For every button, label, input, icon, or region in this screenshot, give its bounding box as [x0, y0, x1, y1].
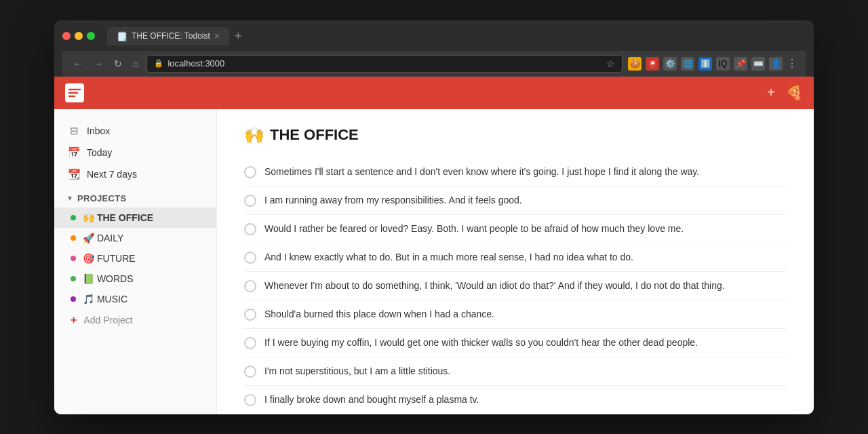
task-text: I'm not superstitious, but I am a little…	[264, 364, 450, 378]
ext-icon-4[interactable]: 🌐	[681, 57, 694, 71]
task-item[interactable]: If I were buying my coffin, I would get …	[244, 329, 787, 357]
projects-section-header[interactable]: ▾ Projects	[54, 185, 216, 208]
task-text: If I were buying my coffin, I would get …	[264, 336, 698, 350]
ext-icon-7[interactable]: 📌	[734, 57, 747, 71]
project-title: THE OFFICE	[270, 126, 359, 144]
project-dot	[71, 276, 76, 281]
task-text: And I knew exactly what to do. But in a …	[264, 250, 633, 264]
tab-favicon-icon: 🗒️	[117, 31, 127, 41]
task-checkbox[interactable]	[244, 166, 256, 178]
ext-icon-5[interactable]: ℹ️	[698, 57, 712, 71]
browser-controls: 🗒️ THE OFFICE: Todoist × +	[62, 27, 806, 45]
task-item[interactable]: I am running away from my responsibiliti…	[244, 186, 787, 215]
next7-icon: 📆	[68, 168, 80, 180]
task-checkbox[interactable]	[244, 366, 256, 378]
ext-icon-9[interactable]: 👤	[769, 57, 783, 71]
task-item[interactable]: Should'a burned this place down when I h…	[244, 300, 787, 329]
add-task-button[interactable]: +	[767, 85, 775, 100]
project-header: 🙌 THE OFFICE	[244, 125, 787, 144]
project-dot	[71, 256, 76, 261]
task-checkbox[interactable]	[244, 280, 256, 292]
task-item[interactable]: Would I rather be feared or loved? Easy.…	[244, 215, 787, 243]
browser-toolbar: ← → ↻ ⌂ 🔒 localhost:3000 ☆ 🍪 📮 ⚙️ 🌐 ℹ️ I…	[62, 51, 806, 77]
project-emoji: 🙌	[244, 125, 264, 144]
minimize-traffic-light[interactable]	[75, 32, 83, 40]
task-text: I finally broke down and bought myself a…	[264, 393, 479, 407]
task-checkbox[interactable]	[244, 195, 256, 207]
task-item[interactable]: I'm not superstitious, but I am a little…	[244, 357, 787, 386]
close-traffic-light[interactable]	[62, 32, 71, 40]
add-project-button[interactable]: + Add Project	[54, 309, 216, 331]
task-item[interactable]: Whenever I'm about to do something, I th…	[244, 272, 787, 300]
tab-close-button[interactable]: ×	[214, 31, 220, 41]
refresh-button[interactable]: ↻	[111, 57, 125, 71]
task-checkbox[interactable]	[244, 309, 256, 321]
browser-extensions: 🍪 📮 ⚙️ 🌐 ℹ️ IQ 📌 ⌨️ 👤 ⋮	[628, 57, 797, 71]
home-button[interactable]: ⌂	[130, 57, 141, 71]
task-text: Sometimes I'll start a sentence and I do…	[264, 165, 699, 179]
task-text: I am running away from my responsibiliti…	[264, 193, 522, 208]
inbox-icon: ⊟	[68, 125, 80, 137]
task-item[interactable]: Sometimes I'll start a sentence and I do…	[244, 158, 787, 186]
add-icon: +	[71, 314, 77, 326]
active-tab[interactable]: 🗒️ THE OFFICE: Todoist ×	[107, 27, 229, 45]
task-checkbox[interactable]	[244, 337, 256, 349]
project-name: 🎯 FUTURE	[83, 253, 136, 264]
project-name: 📗 WORDS	[83, 273, 134, 284]
project-item-music[interactable]: 🎵 MUSIC	[54, 289, 216, 309]
tab-title: THE OFFICE: Todoist	[132, 31, 210, 41]
project-item-daily[interactable]: 🚀 DAILY	[54, 228, 216, 248]
projects-section-label: Projects	[77, 193, 126, 203]
tab-bar: 🗒️ THE OFFICE: Todoist × +	[107, 27, 806, 45]
back-button[interactable]: ←	[71, 57, 85, 71]
app-header: + 🍕	[54, 77, 814, 109]
sidebar-item-next7days[interactable]: 📆 Next 7 days	[54, 163, 216, 185]
browser-titlebar: 🗒️ THE OFFICE: Todoist × + ← → ↻ ⌂ 🔒 loc…	[54, 20, 814, 77]
task-text: Would I rather be feared or loved? Easy.…	[264, 222, 684, 236]
task-checkbox[interactable]	[244, 252, 256, 264]
app-logo	[65, 83, 84, 102]
next7-label: Next 7 days	[87, 169, 137, 180]
address-bar[interactable]: 🔒 localhost:3000 ☆	[146, 55, 623, 73]
url-display: localhost:3000	[167, 58, 602, 68]
sidebar-item-inbox[interactable]: ⊟ Inbox	[54, 120, 216, 142]
task-item[interactable]: I finally broke down and bought myself a…	[244, 386, 787, 414]
new-tab-button[interactable]: +	[235, 29, 242, 43]
task-checkbox[interactable]	[244, 394, 256, 406]
app-window: + 🍕 ⊟ Inbox 📅 Today 📆 Next 7 days	[54, 77, 814, 414]
project-item-the-office[interactable]: 🙌 THE OFFICE	[54, 208, 216, 228]
main-content: 🙌 THE OFFICE Sometimes I'll start a sent…	[217, 109, 814, 414]
task-text: Whenever I'm about to do something, I th…	[264, 279, 725, 293]
header-actions: + 🍕	[767, 85, 803, 101]
ext-icon-3[interactable]: ⚙️	[663, 57, 677, 71]
chevron-down-icon: ▾	[68, 193, 72, 203]
project-name: 🎵 MUSIC	[83, 294, 127, 304]
ext-icon-2[interactable]: 📮	[646, 57, 659, 71]
lock-icon: 🔒	[154, 59, 163, 68]
inbox-label: Inbox	[87, 125, 110, 136]
app-body: ⊟ Inbox 📅 Today 📆 Next 7 days ▾ Projects	[54, 109, 814, 414]
add-project-label: Add Project	[83, 315, 132, 326]
project-dot	[71, 296, 76, 302]
pizza-button[interactable]: 🍕	[786, 85, 803, 101]
task-checkbox[interactable]	[244, 223, 256, 235]
project-name: 🙌 THE OFFICE	[83, 212, 153, 223]
traffic-lights	[62, 32, 95, 40]
task-text: Should'a burned this place down when I h…	[264, 307, 494, 321]
project-item-words[interactable]: 📗 WORDS	[54, 269, 216, 289]
bookmark-icon[interactable]: ☆	[606, 58, 615, 69]
project-name: 🚀 DAILY	[83, 233, 123, 243]
project-dot	[71, 235, 76, 241]
maximize-traffic-light[interactable]	[87, 32, 95, 40]
task-list: Sometimes I'll start a sentence and I do…	[244, 158, 787, 414]
ext-icon-8[interactable]: ⌨️	[751, 57, 765, 71]
todoist-logo-icon	[65, 83, 84, 102]
today-icon: 📅	[68, 146, 80, 159]
sidebar-item-today[interactable]: 📅 Today	[54, 142, 216, 163]
project-item-future[interactable]: 🎯 FUTURE	[54, 248, 216, 269]
ext-icon-6[interactable]: IQ	[716, 57, 730, 71]
extensions-menu-button[interactable]: ⋮	[787, 57, 797, 70]
ext-icon-1[interactable]: 🍪	[628, 57, 642, 71]
task-item[interactable]: And I knew exactly what to do. But in a …	[244, 243, 787, 272]
forward-button[interactable]: →	[91, 57, 106, 71]
